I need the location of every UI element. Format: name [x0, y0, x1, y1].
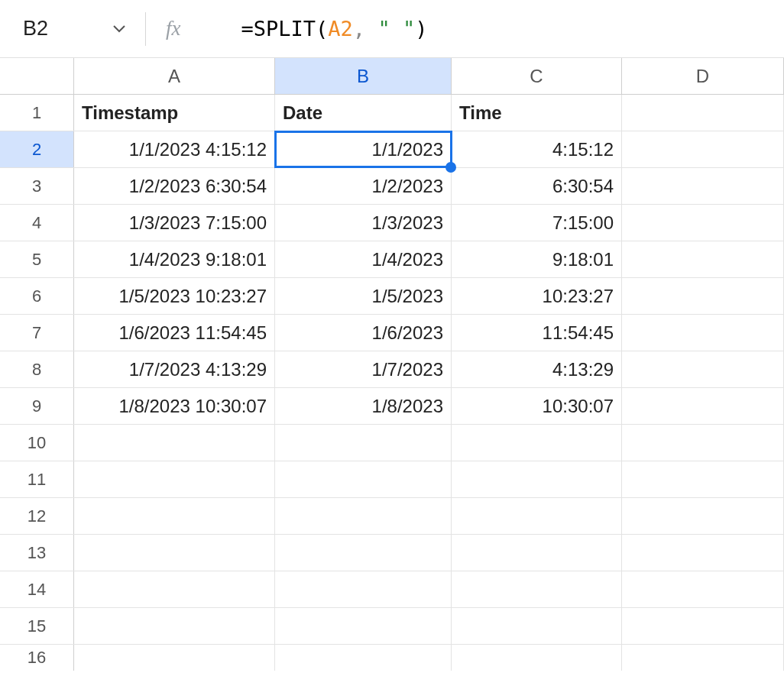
- cell[interactable]: [622, 608, 784, 644]
- cell[interactable]: [452, 425, 622, 461]
- cell-C4[interactable]: 7:15:00: [452, 205, 622, 241]
- cell[interactable]: [275, 608, 452, 644]
- row-head[interactable]: 6: [0, 278, 74, 314]
- cell-D4[interactable]: [622, 205, 784, 241]
- select-all-corner[interactable]: [0, 58, 74, 94]
- cell-C6[interactable]: 10:23:27: [452, 278, 622, 314]
- cell-D1[interactable]: [622, 95, 784, 131]
- row-head[interactable]: 3: [0, 168, 74, 204]
- row-head[interactable]: 4: [0, 205, 74, 241]
- row-head[interactable]: 16: [0, 645, 74, 671]
- cell[interactable]: [74, 461, 275, 497]
- cell-D7[interactable]: [622, 315, 784, 351]
- cell[interactable]: [275, 425, 452, 461]
- col-head-A[interactable]: A: [74, 58, 275, 94]
- cell[interactable]: [622, 571, 784, 607]
- cell[interactable]: [74, 571, 275, 607]
- cell-B8[interactable]: 1/7/2023: [275, 351, 452, 387]
- name-box-wrap[interactable]: B2: [20, 17, 144, 40]
- cell[interactable]: [622, 535, 784, 571]
- cell[interactable]: [74, 608, 275, 644]
- formula-ref: A2: [328, 17, 353, 40]
- cell-C7[interactable]: 11:54:45: [452, 315, 622, 351]
- cell-A3[interactable]: 1/2/2023 6:30:54: [74, 168, 275, 204]
- cell[interactable]: [452, 498, 622, 534]
- fx-icon[interactable]: fx: [166, 17, 181, 40]
- cell-B4[interactable]: 1/3/2023: [275, 205, 452, 241]
- cell[interactable]: [622, 645, 784, 671]
- cell-C1[interactable]: Time: [452, 95, 622, 131]
- row-head[interactable]: 12: [0, 498, 74, 534]
- cell-A1[interactable]: Timestamp: [74, 95, 275, 131]
- cell-B9[interactable]: 1/8/2023: [275, 388, 452, 424]
- row: 14: [0, 571, 784, 608]
- formula-str: " ": [377, 17, 415, 40]
- cell-A8[interactable]: 1/7/2023 4:13:29: [74, 351, 275, 387]
- cell[interactable]: [622, 498, 784, 534]
- row-head[interactable]: 10: [0, 425, 74, 461]
- cell-B3[interactable]: 1/2/2023: [275, 168, 452, 204]
- row-head[interactable]: 11: [0, 461, 74, 497]
- formula-eq: =: [241, 17, 254, 40]
- formula-bar: B2 fx =SPLIT(A2, " "): [0, 0, 784, 58]
- row-head[interactable]: 7: [0, 315, 74, 351]
- cell-B1[interactable]: Date: [275, 95, 452, 131]
- name-box[interactable]: B2: [20, 17, 79, 40]
- cell[interactable]: [275, 498, 452, 534]
- row: 9 1/8/2023 10:30:07 1/8/2023 10:30:07: [0, 388, 784, 425]
- cell-A9[interactable]: 1/8/2023 10:30:07: [74, 388, 275, 424]
- cell-D8[interactable]: [622, 351, 784, 387]
- cell-D2[interactable]: [622, 131, 784, 167]
- formula-input[interactable]: =SPLIT(A2, " "): [192, 0, 428, 64]
- cell-C8[interactable]: 4:13:29: [452, 351, 622, 387]
- cell[interactable]: [622, 425, 784, 461]
- col-head-D[interactable]: D: [622, 58, 784, 94]
- formula-space: [365, 17, 377, 40]
- cell-D6[interactable]: [622, 278, 784, 314]
- cell[interactable]: [74, 535, 275, 571]
- cell-A7[interactable]: 1/6/2023 11:54:45: [74, 315, 275, 351]
- cell[interactable]: [275, 535, 452, 571]
- cell[interactable]: [275, 571, 452, 607]
- cell[interactable]: [452, 645, 622, 671]
- cell-D9[interactable]: [622, 388, 784, 424]
- cell[interactable]: [452, 535, 622, 571]
- row: 2 1/1/2023 4:15:12 1/1/2023 4:15:12: [0, 131, 784, 168]
- col-head-C[interactable]: C: [452, 58, 622, 94]
- cell[interactable]: [452, 608, 622, 644]
- cell[interactable]: [452, 571, 622, 607]
- cell-A6[interactable]: 1/5/2023 10:23:27: [74, 278, 275, 314]
- row-head[interactable]: 13: [0, 535, 74, 571]
- row-head[interactable]: 8: [0, 351, 74, 387]
- cell-D5[interactable]: [622, 241, 784, 277]
- col-head-B[interactable]: B: [275, 58, 452, 94]
- cell-B6[interactable]: 1/5/2023: [275, 278, 452, 314]
- cell-B7[interactable]: 1/6/2023: [275, 315, 452, 351]
- cell-B2[interactable]: 1/1/2023: [275, 131, 452, 167]
- row-head[interactable]: 9: [0, 388, 74, 424]
- cell-C2[interactable]: 4:15:12: [452, 131, 622, 167]
- row: 6 1/5/2023 10:23:27 1/5/2023 10:23:27: [0, 278, 784, 315]
- cell[interactable]: [275, 461, 452, 497]
- cell-A5[interactable]: 1/4/2023 9:18:01: [74, 241, 275, 277]
- cell[interactable]: [452, 461, 622, 497]
- cell[interactable]: [74, 425, 275, 461]
- cell-C9[interactable]: 10:30:07: [452, 388, 622, 424]
- chevron-down-icon[interactable]: [113, 25, 125, 33]
- cell-A4[interactable]: 1/3/2023 7:15:00: [74, 205, 275, 241]
- row-head[interactable]: 2: [0, 131, 74, 167]
- cell-C5[interactable]: 9:18:01: [452, 241, 622, 277]
- cell[interactable]: [275, 645, 452, 671]
- cell[interactable]: [74, 498, 275, 534]
- cell-B5[interactable]: 1/4/2023: [275, 241, 452, 277]
- cell-D3[interactable]: [622, 168, 784, 204]
- row-head[interactable]: 5: [0, 241, 74, 277]
- row-head[interactable]: 14: [0, 571, 74, 607]
- cell[interactable]: [74, 645, 275, 671]
- cell[interactable]: [622, 461, 784, 497]
- row-head[interactable]: 1: [0, 95, 74, 131]
- cell-C3[interactable]: 6:30:54: [452, 168, 622, 204]
- row-head[interactable]: 15: [0, 608, 74, 644]
- row: 10: [0, 425, 784, 461]
- cell-A2[interactable]: 1/1/2023 4:15:12: [74, 131, 275, 167]
